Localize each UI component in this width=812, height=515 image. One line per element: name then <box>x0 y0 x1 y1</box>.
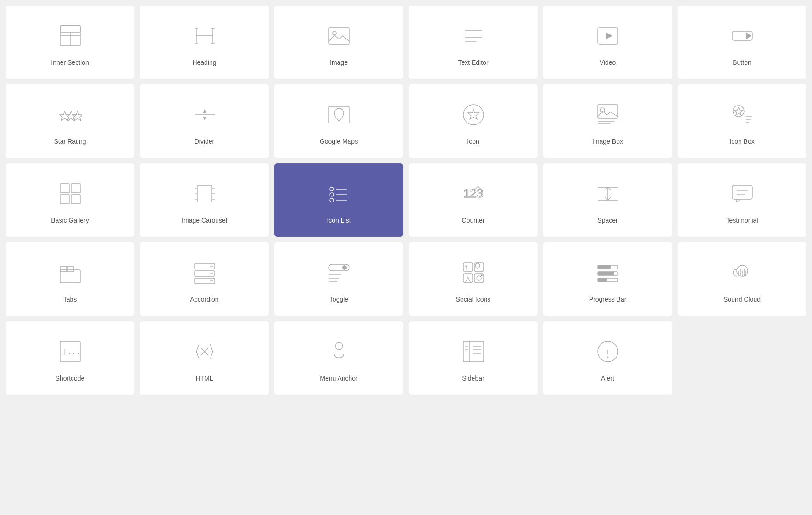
widget-card-progress-bar[interactable]: Progress Bar <box>543 242 672 316</box>
svg-marker-71 <box>737 199 740 202</box>
svg-text:[...]: [...] <box>63 347 82 356</box>
svg-text:f: f <box>465 264 467 271</box>
html-icon <box>190 337 219 366</box>
icon-list-label: Icon List <box>327 217 350 224</box>
widget-card-icon[interactable]: Icon <box>409 84 538 158</box>
svg-point-51 <box>330 187 334 191</box>
svg-line-108 <box>196 344 199 352</box>
progress-bar-icon <box>593 258 623 287</box>
widget-card-image-box[interactable]: Image Box <box>543 84 672 158</box>
sound-cloud-label: Sound Cloud <box>723 296 761 303</box>
video-label: Video <box>600 59 616 66</box>
image-carousel-label: Image Carousel <box>182 217 227 224</box>
svg-marker-26 <box>203 117 206 120</box>
widget-card-shortcode[interactable]: [...]Shortcode <box>6 321 134 395</box>
svg-line-67 <box>608 197 611 200</box>
basic-gallery-icon <box>56 179 85 208</box>
widget-card-sidebar[interactable]: Sidebar <box>409 321 538 395</box>
alert-label: Alert <box>601 375 614 382</box>
svg-point-12 <box>333 31 336 35</box>
divider-label: Divider <box>195 138 215 145</box>
widget-card-button[interactable]: Button <box>678 6 806 79</box>
widget-card-icon-list[interactable]: Icon List <box>274 163 403 237</box>
widget-card-inner-section[interactable]: Inner Section <box>6 6 134 79</box>
svg-rect-1 <box>60 26 80 32</box>
image-box-icon <box>593 100 623 129</box>
image-icon <box>324 21 354 50</box>
sidebar-label: Sidebar <box>462 375 484 382</box>
widget-card-sound-cloud[interactable]: Sound Cloud <box>678 242 806 316</box>
alert-icon <box>593 337 623 366</box>
icon-icon <box>459 100 488 129</box>
spacer-label: Spacer <box>597 217 617 224</box>
icon-box-label: Icon Box <box>729 138 754 145</box>
shortcode-label: Shortcode <box>56 375 85 382</box>
widget-card-testimonial[interactable]: Testimonial <box>678 163 806 237</box>
svg-point-92 <box>477 276 481 280</box>
image-label: Image <box>330 59 348 66</box>
widget-card-alert[interactable]: Alert <box>543 321 672 395</box>
widget-card-icon-box[interactable]: Icon Box <box>678 84 806 158</box>
button-icon <box>728 21 757 50</box>
social-icons-icon: f <box>459 258 488 287</box>
widget-card-image-carousel[interactable]: Image Carousel <box>140 163 269 237</box>
svg-rect-44 <box>197 185 212 202</box>
icon-list-icon <box>324 179 354 208</box>
widget-card-social-icons[interactable]: fSocial Icons <box>409 242 538 316</box>
google-maps-icon <box>324 100 354 129</box>
star-rating-label: Star Rating <box>54 138 86 145</box>
social-icons-label: Social Icons <box>456 296 490 303</box>
svg-rect-116 <box>463 341 484 362</box>
svg-marker-36 <box>734 107 743 115</box>
svg-rect-42 <box>60 195 69 204</box>
svg-rect-90 <box>463 274 473 283</box>
spacer-icon <box>593 179 623 208</box>
widget-card-tabs[interactable]: Tabs <box>6 242 134 316</box>
widget-card-html[interactable]: HTML <box>140 321 269 395</box>
tabs-icon <box>56 258 85 287</box>
menu-anchor-icon <box>324 337 354 366</box>
svg-line-65 <box>608 187 611 190</box>
svg-rect-73 <box>60 266 67 272</box>
widget-card-spacer[interactable]: Spacer <box>543 163 672 237</box>
widget-card-accordion[interactable]: Accordion <box>140 242 269 316</box>
html-label: HTML <box>195 375 213 382</box>
text-editor-label: Text Editor <box>458 59 488 66</box>
svg-marker-18 <box>606 32 612 39</box>
accordion-icon <box>190 258 219 287</box>
svg-point-28 <box>337 111 341 115</box>
widget-card-heading[interactable]: Heading <box>140 6 269 79</box>
svg-marker-30 <box>468 109 479 119</box>
widget-card-text-editor[interactable]: Text Editor <box>409 6 538 79</box>
widget-card-basic-gallery[interactable]: Basic Gallery <box>6 163 134 237</box>
testimonial-icon <box>728 179 757 208</box>
svg-rect-99 <box>598 278 607 282</box>
svg-point-32 <box>600 108 605 112</box>
icon-label: Icon <box>467 138 479 145</box>
widget-card-toggle[interactable]: Toggle <box>274 242 403 316</box>
heading-icon <box>190 21 219 50</box>
svg-line-111 <box>210 352 213 359</box>
svg-point-89 <box>475 263 480 268</box>
svg-marker-25 <box>203 109 206 113</box>
toggle-icon <box>324 258 354 287</box>
image-box-label: Image Box <box>592 138 623 145</box>
inner-section-label: Inner Section <box>51 59 89 66</box>
toggle-label: Toggle <box>329 296 348 303</box>
widget-card-google-maps[interactable]: Google Maps <box>274 84 403 158</box>
widget-card-star-rating[interactable]: Star Rating <box>6 84 134 158</box>
star-rating-icon <box>56 100 85 129</box>
svg-marker-20 <box>746 32 751 39</box>
svg-rect-74 <box>67 266 74 272</box>
testimonial-label: Testimonial <box>726 217 758 224</box>
progress-bar-label: Progress Bar <box>589 296 627 303</box>
widget-card-menu-anchor[interactable]: Menu Anchor <box>274 321 403 395</box>
widget-card-image[interactable]: Image <box>274 6 403 79</box>
widget-card-video[interactable]: Video <box>543 6 672 79</box>
widget-card-divider[interactable]: Divider <box>140 84 269 158</box>
svg-point-85 <box>342 265 347 270</box>
widget-card-counter[interactable]: 123Counter <box>409 163 538 237</box>
svg-line-109 <box>196 352 199 359</box>
text-editor-icon <box>459 21 488 50</box>
menu-anchor-label: Menu Anchor <box>320 375 358 382</box>
